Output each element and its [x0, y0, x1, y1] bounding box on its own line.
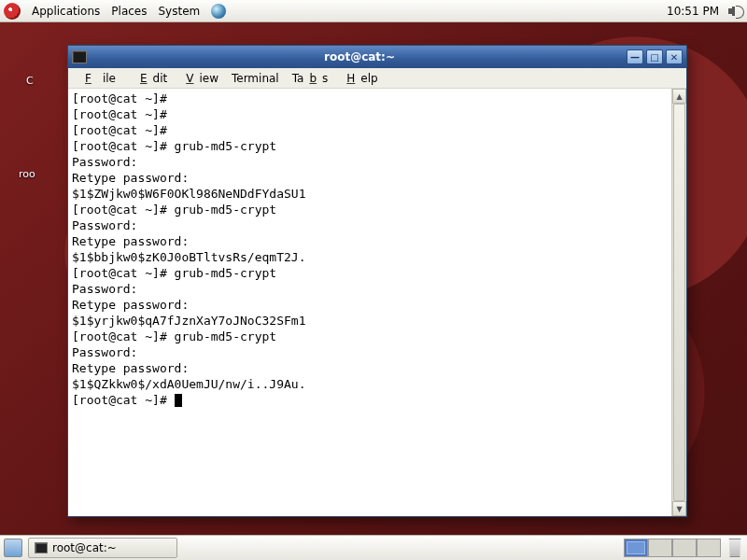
- terminal-window: root@cat:~ — □ ✕ File Edit View Terminal…: [67, 45, 687, 517]
- trash-icon[interactable]: [726, 539, 743, 557]
- places-menu[interactable]: Places: [106, 5, 152, 18]
- menu-help[interactable]: Help: [335, 70, 383, 87]
- system-menu[interactable]: System: [152, 5, 205, 18]
- terminal-icon: [72, 50, 87, 63]
- clock[interactable]: 10:51 PM: [667, 5, 719, 18]
- menu-edit[interactable]: Edit: [129, 70, 173, 87]
- minimize-button[interactable]: —: [627, 49, 643, 64]
- window-title: root@cat:~: [92, 50, 627, 63]
- close-button[interactable]: ✕: [666, 49, 683, 64]
- workspace-2[interactable]: [648, 539, 672, 557]
- applications-menu[interactable]: Applications: [26, 5, 106, 18]
- scroll-up-button[interactable]: ▲: [672, 89, 686, 104]
- menu-file[interactable]: File: [74, 70, 127, 87]
- volume-icon[interactable]: [728, 4, 743, 19]
- scroll-thumb[interactable]: [673, 104, 685, 501]
- terminal-scrollbar[interactable]: ▲ ▼: [671, 89, 686, 516]
- maximize-button[interactable]: □: [646, 49, 663, 64]
- workspace-4[interactable]: [697, 539, 721, 557]
- bottom-panel: root@cat:~: [0, 535, 747, 560]
- terminal-output[interactable]: [root@cat ~]# [root@cat ~]# [root@cat ~]…: [68, 89, 671, 516]
- taskbar-entry-terminal[interactable]: root@cat:~: [28, 538, 177, 558]
- workspace-3[interactable]: [672, 539, 697, 557]
- desktop-icon-label-computer: C: [26, 75, 34, 87]
- menu-tabs[interactable]: Tabs: [287, 70, 334, 87]
- distro-logo-icon[interactable]: [4, 3, 21, 20]
- browser-launcher-icon[interactable]: [211, 4, 226, 19]
- terminal-icon: [35, 542, 48, 553]
- top-panel: Applications Places System 10:51 PM: [0, 0, 747, 22]
- terminal-menubar: File Edit View Terminal Tabs Help: [68, 68, 686, 89]
- window-titlebar[interactable]: root@cat:~ — □ ✕: [68, 46, 686, 68]
- menu-view[interactable]: View: [175, 70, 224, 87]
- scroll-down-button[interactable]: ▼: [672, 501, 686, 516]
- show-desktop-button[interactable]: [4, 539, 22, 557]
- scroll-track[interactable]: [672, 104, 686, 501]
- taskbar-entry-label: root@cat:~: [52, 541, 117, 554]
- desktop-icon-label-root-home: roo: [19, 168, 35, 180]
- workspace-1[interactable]: [624, 539, 648, 557]
- workspace-switcher[interactable]: [624, 539, 721, 557]
- menu-terminal[interactable]: Terminal: [226, 70, 285, 87]
- terminal-cursor: [175, 394, 182, 407]
